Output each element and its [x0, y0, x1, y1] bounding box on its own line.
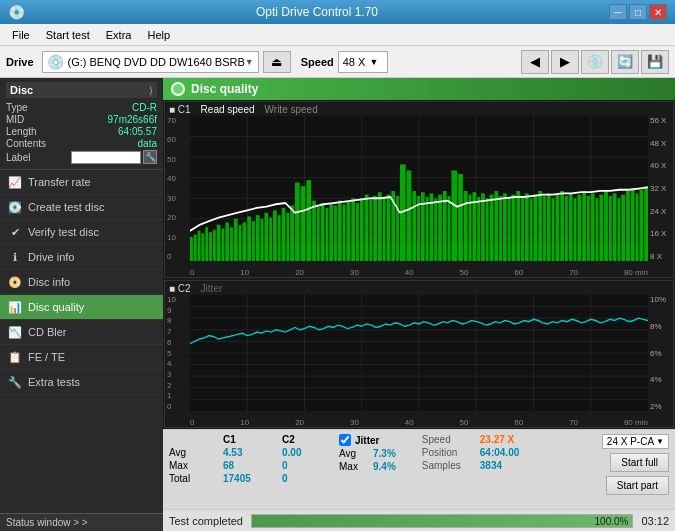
svg-rect-82: [494, 191, 498, 261]
disc-length-label: Length: [6, 126, 37, 137]
disc-mid-label: MID: [6, 114, 24, 125]
svg-rect-91: [534, 195, 538, 262]
sidebar-item-disc-quality[interactable]: 📊 Disc quality: [0, 295, 163, 320]
create-test-disc-label: Create test disc: [28, 201, 104, 213]
svg-rect-44: [321, 203, 325, 261]
disc-label-input-group: 🔧: [71, 150, 157, 164]
speed-dropdown-container[interactable]: 24 X P-CA ▼: [602, 434, 669, 449]
menu-file[interactable]: File: [4, 27, 38, 43]
forward-button[interactable]: ▶: [551, 50, 579, 74]
charts-area: ■ C1 Read speed Write speed 70 60 50 40 …: [163, 100, 675, 429]
menu-help[interactable]: Help: [139, 27, 178, 43]
minimize-button[interactable]: ─: [609, 4, 627, 20]
sidebar-item-transfer-rate[interactable]: 📈 Transfer rate: [0, 170, 163, 195]
start-part-button[interactable]: Start part: [606, 476, 669, 495]
chart1-x-axis: 0 10 20 30 40 50 60 70 80 min: [190, 268, 648, 277]
sidebar: Disc ⟩ Type CD-R MID 97m26s66f Length 64…: [0, 78, 163, 531]
svg-rect-56: [373, 196, 377, 261]
status-window-label: Status window > >: [6, 517, 88, 528]
disc-label-icon[interactable]: 🔧: [143, 150, 157, 164]
total-c1: 17405: [223, 473, 258, 484]
sidebar-item-disc-info[interactable]: 📀 Disc info: [0, 270, 163, 295]
disc-length-value: 64:05.57: [118, 126, 157, 137]
svg-rect-32: [264, 213, 268, 261]
svg-rect-70: [438, 195, 442, 262]
extra-tests-icon: 🔧: [8, 375, 22, 389]
status-text: Test completed: [169, 515, 243, 527]
refresh-button[interactable]: 🔄: [611, 50, 639, 74]
start-full-button[interactable]: Start full: [610, 453, 669, 472]
c2-col-header: C2: [282, 434, 317, 445]
sidebar-status[interactable]: Status window > >: [0, 513, 163, 531]
svg-rect-59: [387, 195, 391, 262]
drive-select[interactable]: 💿 (G:) BENQ DVD DD DW1640 BSRB ▼: [42, 51, 259, 73]
svg-rect-93: [543, 196, 546, 261]
bottom-status-bar: Test completed 100.0% 03:12: [163, 509, 675, 531]
verify-test-disc-icon: ✔: [8, 225, 22, 239]
sidebar-item-drive-info[interactable]: ℹ Drive info: [0, 245, 163, 270]
svg-rect-101: [577, 195, 581, 262]
toolbar-icons: ◀ ▶ 💿 🔄 💾: [521, 50, 669, 74]
save-button[interactable]: 💾: [641, 50, 669, 74]
svg-rect-52: [356, 203, 359, 261]
svg-rect-72: [448, 196, 451, 261]
svg-rect-92: [538, 191, 542, 261]
speed-buttons-section: 24 X P-CA ▼ Start full Start part: [602, 434, 669, 495]
time-display: 03:12: [641, 515, 669, 527]
maximize-button[interactable]: □: [629, 4, 647, 20]
disc-contents-value: data: [138, 138, 157, 149]
sidebar-item-fe-te[interactable]: 📋 FE / TE: [0, 345, 163, 370]
svg-rect-111: [621, 195, 625, 262]
svg-rect-81: [490, 195, 494, 262]
speed-pos-section: Speed 23.27 X Position 64:04.00 Samples …: [422, 434, 519, 471]
svg-rect-49: [343, 204, 346, 261]
position-value: 64:04.00: [480, 447, 519, 458]
close-button[interactable]: ✕: [649, 4, 667, 20]
app-title: Opti Drive Control 1.70: [25, 5, 609, 19]
sidebar-item-verify-test-disc[interactable]: ✔ Verify test disc: [0, 220, 163, 245]
disc-quality-dot: [171, 82, 185, 96]
cd-bler-icon: 📉: [8, 325, 22, 339]
menu-bar: File Start test Extra Help: [0, 24, 675, 46]
svg-rect-78: [477, 197, 480, 261]
svg-rect-88: [521, 196, 524, 261]
svg-rect-67: [426, 197, 429, 261]
disc-expand-icon[interactable]: ⟩: [149, 85, 153, 96]
svg-rect-112: [626, 191, 630, 261]
menu-start-test[interactable]: Start test: [38, 27, 98, 43]
disc-quality-icon: 📊: [8, 300, 22, 314]
svg-rect-34: [273, 210, 277, 261]
jitter-checkbox[interactable]: [339, 434, 351, 446]
back-button[interactable]: ◀: [521, 50, 549, 74]
svg-rect-37: [286, 213, 289, 261]
svg-rect-28: [247, 216, 251, 261]
drive-name: (G:) BENQ DVD DD DW1640 BSRB: [68, 56, 245, 68]
svg-rect-57: [378, 192, 382, 261]
speed-select[interactable]: 48 X ▼: [338, 51, 388, 73]
disc-panel: Disc ⟩ Type CD-R MID 97m26s66f Length 64…: [0, 78, 163, 170]
jitter-max-value: 9.4%: [373, 461, 396, 472]
svg-rect-26: [239, 225, 242, 261]
position-label: Position: [422, 447, 474, 458]
svg-rect-75: [464, 191, 468, 261]
disc-mid-value: 97m26s66f: [108, 114, 157, 125]
jitter-avg-value: 7.3%: [373, 448, 396, 459]
svg-rect-74: [458, 174, 463, 261]
disc-label-input[interactable]: [71, 151, 141, 164]
verify-test-disc-label: Verify test disc: [28, 226, 99, 238]
sidebar-item-extra-tests[interactable]: 🔧 Extra tests: [0, 370, 163, 395]
menu-extra[interactable]: Extra: [98, 27, 140, 43]
disc-label-label: Label: [6, 152, 30, 163]
svg-rect-104: [591, 193, 595, 261]
svg-rect-41: [306, 180, 311, 261]
svg-rect-43: [317, 207, 320, 261]
chart1-svg: [190, 116, 648, 261]
sidebar-item-cd-bler[interactable]: 📉 CD Bler: [0, 320, 163, 345]
stats-row: C1 C2 Avg 4.53 0.00 Max 68 0 Total 17405…: [163, 429, 675, 509]
svg-rect-17: [201, 233, 204, 261]
eject-button[interactable]: ⏏: [263, 51, 291, 73]
fe-te-label: FE / TE: [28, 351, 65, 363]
sidebar-item-create-test-disc[interactable]: 💽 Create test disc: [0, 195, 163, 220]
disc-button[interactable]: 💿: [581, 50, 609, 74]
chart2-y-left: 10 9 8 7 6 5 4 3 2 1 0: [165, 293, 190, 413]
